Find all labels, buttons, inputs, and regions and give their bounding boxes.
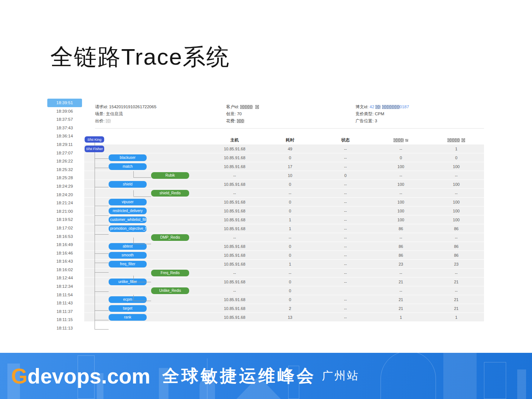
trace-node-root-button[interactable]: Sfst King — [85, 136, 104, 143]
timestamp-item[interactable]: 18:11:54 — [47, 291, 82, 299]
cell-col5: 21 — [429, 277, 484, 286]
cell-col5: 1 — [429, 313, 484, 322]
slide-title: 全链路Trace系统 — [50, 41, 230, 72]
timestamp-item[interactable]: 18:12:44 — [47, 274, 82, 282]
timestamp-item[interactable]: 18:37:57 — [47, 115, 82, 124]
timestamp-item[interactable]: 18:27:07 — [47, 149, 82, 157]
cell-col5: 1 — [429, 144, 484, 153]
timestamp-item[interactable]: 18:37:43 — [47, 124, 82, 132]
trace-node-button[interactable]: promotion_objective_filter — [109, 225, 147, 232]
cell-time: 0 — [262, 242, 318, 251]
trace-node-button[interactable]: Rubik — [151, 172, 189, 179]
timestamp-item[interactable]: 18:11:43 — [47, 299, 82, 307]
timestamp-item[interactable]: 18:11:13 — [47, 324, 82, 332]
timestamp-item[interactable]: 18:29:11 — [47, 140, 82, 149]
timestamp-item[interactable]: 18:24:29 — [47, 182, 82, 191]
cell-host: 10.85.91.68 — [207, 251, 262, 260]
cell-status: -- — [318, 260, 373, 269]
cell-time: 0 — [262, 295, 318, 304]
trace-node-button[interactable]: Unlike_Redis — [151, 287, 189, 294]
trace-node-button[interactable]: freq_filter — [109, 261, 147, 267]
scene-line: 场景: 主信息流 — [95, 110, 226, 117]
cell-time: 0 — [262, 198, 318, 207]
trace-node-button[interactable]: target — [109, 305, 147, 312]
tree-connector — [133, 197, 151, 197]
timestamp-item[interactable]: 18:39:51 — [47, 99, 82, 107]
cell-host: 10.85.91.68 — [207, 242, 262, 251]
trace-node-button[interactable]: Freq_Redis — [151, 270, 189, 276]
cell-col5: -- — [429, 269, 484, 277]
timestamp-item[interactable]: 18:24:20 — [47, 191, 82, 199]
tree-connector — [133, 171, 134, 177]
request-info-col3: 博文id: 42 0187 竞价类型: CPM 广告位置: 3 — [355, 103, 484, 125]
cell-col5: -- — [429, 171, 484, 180]
cell-time: 1 — [262, 260, 318, 269]
cell-col5: 100 — [429, 198, 484, 207]
timestamp-item[interactable]: 18:26:22 — [47, 157, 82, 166]
timestamp-item[interactable]: 18:11:15 — [47, 316, 82, 324]
cell-time: 1 — [262, 224, 318, 233]
tree-connector — [95, 168, 109, 168]
timestamp-item[interactable]: 18:16:43 — [47, 257, 82, 266]
customer-id-line: 客户id: — [226, 103, 355, 110]
cell-col5: 100 — [429, 162, 484, 171]
table-row: restricted_delivery 10.85.91.68 0 -- 100… — [84, 207, 484, 215]
trace-node-button[interactable]: DMP_Redis — [151, 234, 189, 241]
timestamp-item[interactable]: 18:12:34 — [47, 282, 82, 291]
trace-node-button[interactable]: smooth — [109, 252, 147, 259]
cell-time: 17 — [262, 162, 318, 171]
timestamp-item[interactable]: 18:36:14 — [47, 132, 82, 140]
cell-col4: 86 — [373, 242, 429, 251]
timestamp-item[interactable]: 18:16:49 — [47, 241, 82, 249]
trace-node-button[interactable]: vipuser — [109, 199, 147, 205]
timestamp-item[interactable]: 18:21:24 — [47, 199, 82, 207]
cell-col5: 100 — [429, 207, 484, 215]
cell-col5: 100 — [429, 215, 484, 224]
timestamp-item[interactable]: 18:39:06 — [47, 107, 82, 116]
cell-host: -- — [207, 233, 262, 242]
table-row: ecpm 10.85.91.68 0 -- 21 21 — [84, 295, 484, 304]
timestamp-item[interactable]: 18:16:02 — [47, 266, 82, 274]
table-row: abtest 10.85.91.68 0 -- 86 86 — [84, 242, 484, 251]
cell-col5: 100 — [429, 180, 484, 189]
timestamp-item[interactable]: 18:25:28 — [47, 174, 82, 182]
cell-host: 10.85.91.68 — [207, 162, 262, 171]
column-header-host: 主机 — [207, 136, 262, 144]
creative-line: 创意: 70 — [226, 110, 355, 117]
tree-connector — [95, 152, 95, 329]
timestamp-item[interactable]: 18:16:53 — [47, 232, 82, 241]
trace-node-button[interactable]: match — [109, 163, 147, 170]
trace-node-button[interactable]: blackuser — [109, 154, 147, 161]
cell-status: 0 — [318, 171, 373, 180]
timestamp-item[interactable]: 18:25:32 — [47, 166, 82, 174]
cell-host: -- — [207, 189, 262, 198]
cell-time: -- — [262, 233, 318, 242]
timestamp-item[interactable]: 18:17:02 — [47, 224, 82, 232]
timestamp-item[interactable]: 18:11:37 — [47, 307, 82, 316]
cell-status: -- — [318, 207, 373, 215]
cell-col4: 21 — [373, 277, 429, 286]
trace-node-button[interactable]: shield — [109, 181, 147, 188]
trace-node-button[interactable]: Sfst Fisher — [85, 146, 104, 152]
trace-node-button[interactable]: rank — [109, 314, 147, 321]
trace-node-button[interactable]: customer_whitelist_filter — [109, 216, 147, 223]
cell-status: -- — [318, 162, 373, 171]
timestamp-item[interactable]: 18:21:00 — [47, 207, 82, 216]
trace-node-button[interactable]: restricted_delivery — [109, 208, 147, 214]
trace-node-button[interactable]: ecpm — [109, 296, 147, 303]
cell-status: -- — [318, 180, 373, 189]
cell-col4: 1 — [373, 313, 429, 322]
timestamp-item[interactable]: 18:19:52 — [47, 215, 82, 224]
footer-brandline: Gdevops.com 全球敏捷运维峰会 广州站 — [11, 353, 359, 399]
cell-status: -- — [318, 313, 373, 322]
timestamp-item[interactable]: 18:16:46 — [47, 249, 82, 258]
cell-col4: 100 — [373, 215, 429, 224]
table-row: rank 10.85.91.68 13 -- 1 1 — [84, 313, 484, 322]
post-id-link[interactable]: 42 0187 — [369, 105, 409, 109]
cost-line: 花费: — [226, 117, 355, 125]
cell-host: 10.85.91.68 — [207, 304, 262, 313]
trace-node-button[interactable]: shield_Redis — [151, 190, 189, 197]
tree-connector — [95, 225, 109, 225]
cell-host: 10.85.91.68 — [207, 180, 262, 189]
cell-col4: -- — [373, 233, 429, 242]
